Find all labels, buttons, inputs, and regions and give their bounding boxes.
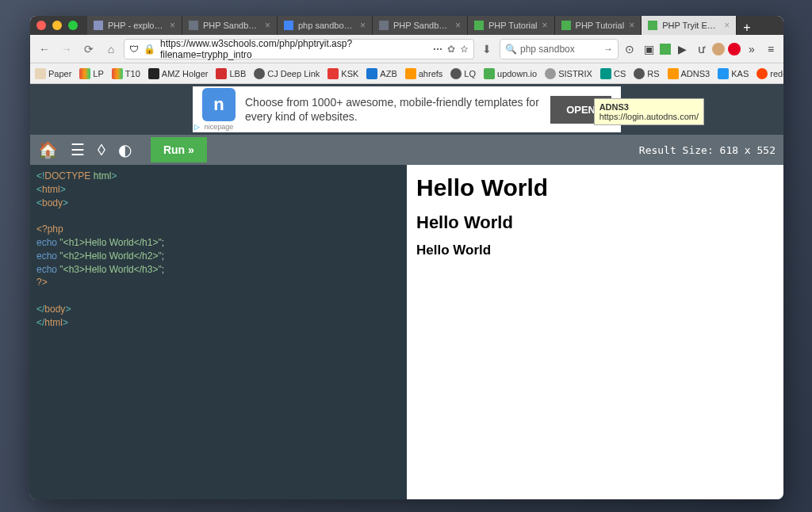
tab-title: PHP Sandbox, te xyxy=(203,21,260,30)
containers-icon[interactable]: ▣ xyxy=(641,41,657,57)
bookmark-favicon xyxy=(668,68,679,79)
more-icon[interactable]: ⋯ xyxy=(433,44,442,55)
code-editor[interactable]: <!DOCTYPE html> <html> <body> <?php echo… xyxy=(30,165,407,499)
close-tab-icon[interactable]: × xyxy=(265,20,270,31)
bookmark-item[interactable]: T10 xyxy=(112,68,140,79)
bookmark-item[interactable]: reddit macOS xyxy=(756,68,783,79)
code-line: </body> xyxy=(36,303,400,316)
go-icon[interactable]: → xyxy=(603,44,613,55)
bookmark-item[interactable]: Paper xyxy=(35,68,71,79)
close-window-button[interactable] xyxy=(36,21,46,30)
tooltip-title: ADNS3 xyxy=(599,102,699,112)
bookmark-favicon xyxy=(79,68,90,79)
home-icon[interactable]: 🏠 xyxy=(38,140,58,159)
bookmark-label: LP xyxy=(93,69,103,78)
bookmark-favicon xyxy=(450,68,462,79)
browser-tab[interactable]: PHP Tutorial× xyxy=(555,16,642,35)
close-tab-icon[interactable]: × xyxy=(360,20,366,31)
browser-tab[interactable]: php sandbox - Go× xyxy=(278,16,373,35)
bookmark-item[interactable]: CS xyxy=(600,68,626,79)
bookmark-favicon xyxy=(634,68,645,79)
bookmark-label: reddit macOS xyxy=(770,69,783,78)
bookmark-favicon xyxy=(327,68,339,79)
bookmark-item[interactable]: LQ xyxy=(450,68,476,79)
bookmark-item[interactable]: KSK xyxy=(327,68,358,79)
url-text: https://www.w3schools.com/php/phptryit.a… xyxy=(160,38,428,60)
ext-icon[interactable]: ư xyxy=(693,41,709,57)
back-button[interactable]: ← xyxy=(35,40,54,59)
pinterest-icon[interactable] xyxy=(728,43,741,55)
close-tab-icon[interactable]: × xyxy=(455,20,461,31)
close-tab-icon[interactable]: × xyxy=(629,20,634,31)
search-input[interactable]: 🔍 php sandbox → xyxy=(500,39,619,59)
bookmark-item[interactable]: KAS xyxy=(718,68,749,79)
code-line: echo "<h1>Hello World</h1>"; xyxy=(36,236,400,250)
minimize-window-button[interactable] xyxy=(52,21,62,30)
bookmark-favicon xyxy=(254,68,265,79)
bookmark-favicon xyxy=(366,68,377,79)
bookmark-item[interactable]: ahrefs xyxy=(405,68,443,79)
theme-icon[interactable]: ◐ xyxy=(118,140,132,159)
bookmark-item[interactable]: CJ Deep Link xyxy=(254,68,320,79)
reload-button[interactable]: ⟳ xyxy=(79,40,98,59)
extension-cat-icon[interactable] xyxy=(712,43,725,55)
bookmark-favicon xyxy=(216,68,227,79)
bookmark-label: CS xyxy=(614,69,626,78)
bookmark-favicon xyxy=(148,68,159,79)
search-text: php sandbox xyxy=(520,44,575,55)
code-line: </html> xyxy=(36,316,400,330)
bookmark-label: ahrefs xyxy=(419,69,443,78)
ad-logo: n xyxy=(202,88,236,121)
bookmark-item[interactable]: LBB xyxy=(216,68,246,79)
bookmark-item[interactable]: updown.io xyxy=(484,68,537,79)
code-line: <body> xyxy=(36,197,400,210)
player-icon[interactable]: ▶ xyxy=(674,41,690,57)
bookmark-favicon xyxy=(405,68,416,79)
browser-tab[interactable]: PHP - explode - S× xyxy=(87,16,182,35)
tab-title: PHP Tryit Editor v xyxy=(662,21,719,30)
tab-title: php sandbox - Go xyxy=(298,21,355,30)
bookmark-item[interactable]: AZB xyxy=(366,68,396,79)
output-h3: Hello World xyxy=(416,243,774,258)
bookmark-item[interactable]: RS xyxy=(634,68,659,79)
close-tab-icon[interactable]: × xyxy=(724,20,730,31)
menu-icon[interactable]: ≡ xyxy=(763,41,779,57)
shield-icon[interactable]: 🛡 xyxy=(129,44,139,55)
star-icon[interactable]: ☆ xyxy=(460,44,469,55)
bookmark-favicon xyxy=(600,68,611,79)
menu-icon[interactable]: ☰ xyxy=(71,140,85,159)
bookmark-item[interactable]: SISTRIX xyxy=(545,68,592,79)
extension-icon[interactable] xyxy=(660,44,671,55)
bookmark-item[interactable]: AMZ Holger xyxy=(148,68,209,79)
browser-tab[interactable]: PHP Sandbox, te× xyxy=(182,16,278,35)
bookmark-item[interactable]: LP xyxy=(79,68,103,79)
advertisement[interactable]: n nicepage Choose from 1000+ awesome, mo… xyxy=(193,86,621,132)
forward-button[interactable]: → xyxy=(57,40,76,59)
home-button[interactable]: ⌂ xyxy=(102,40,121,59)
close-tab-icon[interactable]: × xyxy=(170,20,175,31)
reader-icon[interactable]: ✿ xyxy=(447,44,455,55)
pocket-icon[interactable]: ⊙ xyxy=(622,41,638,57)
run-button[interactable]: Run » xyxy=(151,137,207,162)
bookmark-item[interactable]: ADNS3 xyxy=(668,68,710,79)
bookmark-favicon xyxy=(484,68,495,79)
bookmark-label: T10 xyxy=(125,69,140,78)
favicon xyxy=(94,21,103,30)
new-tab-button[interactable]: + xyxy=(737,21,756,35)
browser-tab[interactable]: PHP Tutorial× xyxy=(468,16,555,35)
adchoices-icon[interactable]: ▷ xyxy=(194,123,200,131)
editor-toolbar: 🏠 ☰ ◊ ◐ Run » Result Size: 618 x 552 xyxy=(30,135,783,165)
overflow-icon[interactable]: » xyxy=(744,41,760,57)
downloads-button[interactable]: ⬇ xyxy=(477,40,496,59)
rotate-icon[interactable]: ◊ xyxy=(98,141,105,159)
page-content: n nicepage Choose from 1000+ awesome, mo… xyxy=(30,84,783,499)
maximize-window-button[interactable] xyxy=(68,21,78,30)
browser-tab-active[interactable]: PHP Tryit Editor v× xyxy=(642,16,737,35)
output-pane: Hello World Hello World Hello World xyxy=(407,165,783,499)
bookmark-favicon xyxy=(112,68,123,79)
url-input[interactable]: 🛡 🔒 https://www.w3schools.com/php/phptry… xyxy=(124,39,474,59)
close-tab-icon[interactable]: × xyxy=(542,20,548,31)
bookmark-label: LQ xyxy=(464,69,476,78)
address-bar: ← → ⟳ ⌂ 🛡 🔒 https://www.w3schools.com/ph… xyxy=(30,35,783,63)
browser-tab[interactable]: PHP Sandbox, te× xyxy=(373,16,468,35)
